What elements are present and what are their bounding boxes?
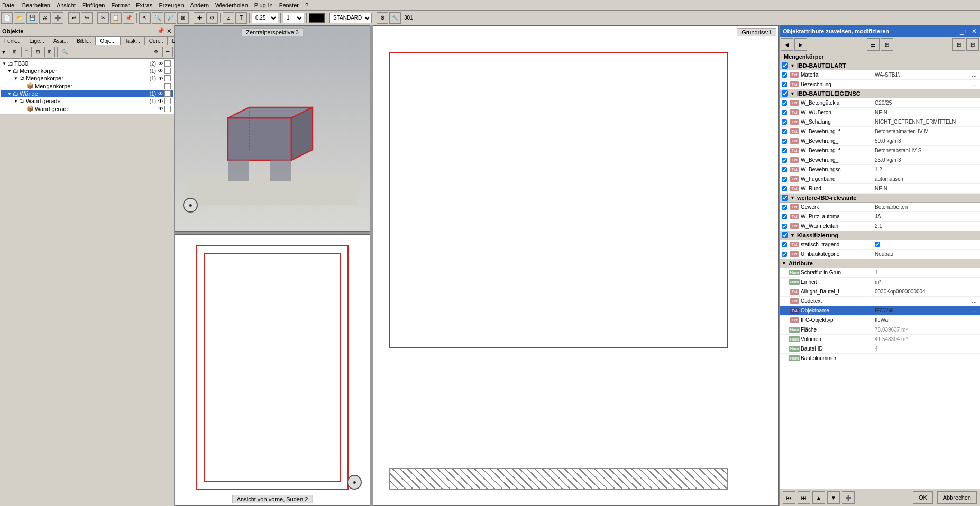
tree-item-mengenkorper2[interactable]: ▼ 🗂 Mengenkörper (1) 👁 — [1, 75, 173, 82]
color-box[interactable] — [309, 13, 325, 23]
row-dots-codetext[interactable]: … — [972, 298, 980, 304]
rpt-collapse[interactable]: ⊟ — [966, 38, 979, 51]
tree-eye-tb30[interactable]: 👁 — [158, 61, 163, 67]
row-schalung[interactable]: Txt W_Schalung NICHT_GETRENNT_ERMITTELN — [780, 117, 980, 127]
scale-select[interactable]: 1 — [283, 13, 304, 23]
tb-add[interactable]: ➕ — [52, 12, 63, 24]
tree-item-wande[interactable]: ▼ 🗂 Wände (1) 👁 — [1, 90, 173, 97]
menu-fenster[interactable]: Fenster — [279, 2, 299, 8]
row-check-material[interactable] — [780, 72, 789, 78]
tb-copy[interactable]: 📋 — [110, 12, 122, 24]
tab-funk[interactable]: Funk... — [0, 37, 25, 45]
tab-task[interactable]: Task... — [121, 37, 145, 45]
tb-cut[interactable]: ✂ — [97, 12, 109, 24]
tree-item-mengenkorper1[interactable]: ▼ 🗂 Mengenkörper (1) 👁 — [1, 67, 173, 75]
viewport-front[interactable]: Ansicht von vorne, Süden:2 ⊕ — [175, 234, 370, 506]
row-check-putz[interactable] — [782, 214, 787, 219]
pt-search[interactable]: 🔍 — [60, 47, 70, 57]
tree-check-mk2[interactable] — [164, 75, 171, 81]
footer-icon-add[interactable]: ➕ — [842, 491, 855, 504]
menu-extras[interactable]: Extras — [136, 2, 152, 8]
row-rund[interactable]: Txt W_Rund NEIN — [780, 184, 980, 194]
tree-item-mengenkorper3[interactable]: 📦 Mengenkörper — [1, 82, 173, 90]
tab-bibli[interactable]: Bibli... — [72, 37, 96, 45]
menu-datei[interactable]: Datei — [2, 2, 16, 8]
menu-ändern[interactable]: Ändern — [190, 2, 209, 8]
tree-arrow-mk1[interactable]: ▼ — [7, 69, 12, 73]
tb-extra2[interactable]: 🔧 — [389, 12, 401, 24]
row-check-fugenband[interactable] — [782, 177, 787, 182]
row-allright[interactable]: Txt Allright_Bautel_I 0030Kop0000000004 — [780, 287, 980, 297]
menu-erzeugen[interactable]: Erzeugen — [159, 2, 184, 8]
row-bezeichnung[interactable]: Txt Bezeichnung … — [780, 80, 980, 89]
section-check-weitere-ibd[interactable] — [782, 195, 788, 201]
row-check-gewerk[interactable] — [782, 205, 787, 210]
tb-print[interactable]: 🖨 — [39, 12, 51, 24]
tb-zoom-fit[interactable]: ⊞ — [177, 12, 189, 24]
row-bewsc[interactable]: Txt W_Bewehrungsc 1.2 — [780, 165, 980, 174]
panel-pin-btn[interactable]: 📌 — [157, 27, 164, 35]
tb-rotate[interactable]: ↺ — [206, 12, 218, 24]
tree-check-wg[interactable] — [164, 98, 171, 104]
pt-btn4[interactable]: ⊞ — [44, 47, 55, 57]
menu-wiederholen[interactable]: Wiederholen — [215, 2, 248, 8]
row-check-schalung[interactable] — [782, 119, 787, 125]
tab-obje[interactable]: Obje... — [96, 37, 120, 45]
tb-move[interactable]: ✚ — [194, 12, 205, 24]
tree-check-tb30[interactable] — [164, 60, 171, 67]
pt-settings[interactable]: ⚙ — [151, 47, 161, 57]
row-check-bew4[interactable] — [782, 158, 787, 163]
menu-bearbeiten[interactable]: Bearbeiten — [22, 2, 50, 8]
row-check-umbau[interactable] — [782, 252, 787, 257]
row-bauteilnummer[interactable]: Num Bauteilnummer — [780, 354, 980, 363]
footer-icon-down[interactable]: ▼ — [827, 491, 840, 504]
tree-eye-wg[interactable]: 👁 — [158, 98, 163, 104]
row-dots-objektname[interactable]: … — [972, 308, 980, 314]
row-check-bewsc[interactable] — [782, 167, 787, 172]
menu-format[interactable]: Format — [111, 2, 130, 8]
tree-check-wg2[interactable] — [164, 106, 171, 112]
tb-zoom-in[interactable]: 🔍 — [152, 12, 163, 24]
tree-item-tb30[interactable]: ▼ 🗂 TB30 (2) 👁 — [1, 60, 173, 67]
row-check-waerme[interactable] — [782, 224, 787, 229]
tab-con[interactable]: Con... — [145, 37, 168, 45]
pt-arrow-down[interactable]: ▼ — [1, 49, 6, 55]
standard-select[interactable]: STANDARD — [329, 13, 372, 23]
tree-eye-wg2[interactable]: 👁 — [158, 106, 163, 112]
tb-zoom-out[interactable]: 🔎 — [164, 12, 176, 24]
row-check-wubeton[interactable] — [782, 110, 787, 115]
row-check-betongute[interactable] — [782, 100, 787, 106]
tree-eye-wande[interactable]: 👁 — [158, 91, 163, 97]
footer-icon-up[interactable]: ▲ — [812, 491, 825, 504]
tree-check-mk3[interactable] — [164, 83, 171, 89]
row-dots-material[interactable]: … — [972, 72, 980, 78]
row-check-bew1[interactable] — [782, 129, 787, 134]
row-ifc-typ[interactable]: Txt IFC-Objekttyp IfcWall — [780, 316, 980, 325]
panel-close-btn[interactable]: ✕ — [167, 27, 172, 35]
row-waerme[interactable]: Txt W_Wärmeleifah 2.1 — [780, 222, 980, 231]
linewidth-select[interactable]: 0.25 — [252, 13, 278, 23]
footer-icon-2[interactable]: ⏭ — [798, 491, 810, 504]
pt-btn3[interactable]: ⊟ — [33, 47, 43, 57]
pt-menu[interactable]: ☰ — [162, 47, 173, 57]
footer-icon-1[interactable]: ⏮ — [783, 491, 795, 504]
ok-button[interactable]: OK — [913, 491, 933, 504]
row-dots-bezeichnung[interactable]: … — [972, 81, 980, 87]
row-einheit[interactable]: Num Einheit m³ — [780, 278, 980, 287]
section-header-weitere-ibd[interactable]: ▼ weitere-IBD-relevante — [780, 194, 980, 203]
row-umbau[interactable]: Txt Umbaukategorie Neubau — [780, 250, 980, 259]
tb-undo[interactable]: ↩ — [68, 12, 80, 24]
cancel-button[interactable]: Abbrechen — [937, 491, 977, 504]
rp-close-btn[interactable]: ✕ — [972, 27, 977, 35]
row-bew4[interactable]: Txt W_Bewehrung_f 25.0 kg/m3 — [780, 155, 980, 165]
section-check-ibd-bauteileigensc[interactable] — [782, 90, 788, 97]
row-check-bezeichnung[interactable] — [780, 82, 789, 87]
row-check-bew3[interactable] — [782, 148, 787, 153]
row-bew1[interactable]: Txt W_Bewehrung_f Betonstahlmatten-IV-M — [780, 127, 980, 136]
pt-btn2[interactable]: □ — [21, 47, 32, 57]
row-objektname[interactable]: Txt Objektname IFCWall … — [780, 306, 980, 316]
row-fugenband[interactable]: Txt W_Fugenband automatisch — [780, 174, 980, 184]
tree-check-wande[interactable] — [164, 90, 171, 97]
rpt-expand[interactable]: ⊞ — [952, 38, 965, 51]
rp-restore-btn[interactable]: □ — [966, 27, 969, 35]
